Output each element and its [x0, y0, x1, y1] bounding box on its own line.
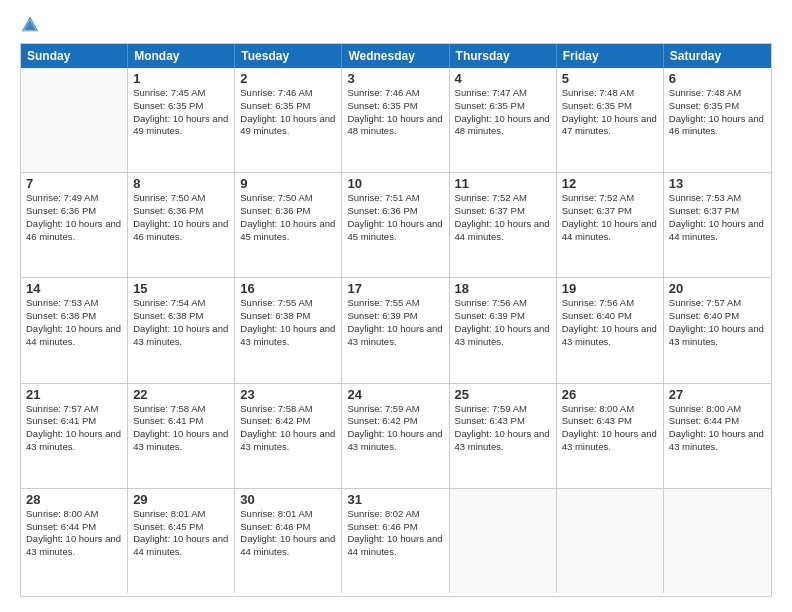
- day-info: Sunrise: 7:48 AMSunset: 6:35 PMDaylight:…: [669, 87, 766, 138]
- calendar-cell: 20Sunrise: 7:57 AMSunset: 6:40 PMDayligh…: [664, 278, 771, 382]
- day-info: Sunrise: 7:45 AMSunset: 6:35 PMDaylight:…: [133, 87, 229, 138]
- header: [20, 15, 772, 35]
- day-number: 19: [562, 281, 658, 296]
- day-number: 24: [347, 387, 443, 402]
- day-number: 5: [562, 71, 658, 86]
- day-number: 14: [26, 281, 122, 296]
- calendar-cell: 3Sunrise: 7:46 AMSunset: 6:35 PMDaylight…: [342, 68, 449, 172]
- calendar-cell: 1Sunrise: 7:45 AMSunset: 6:35 PMDaylight…: [128, 68, 235, 172]
- day-number: 17: [347, 281, 443, 296]
- day-number: 23: [240, 387, 336, 402]
- day-number: 13: [669, 176, 766, 191]
- day-number: 12: [562, 176, 658, 191]
- day-number: 21: [26, 387, 122, 402]
- page: SundayMondayTuesdayWednesdayThursdayFrid…: [0, 0, 792, 612]
- day-info: Sunrise: 7:55 AMSunset: 6:39 PMDaylight:…: [347, 297, 443, 348]
- weekday-header-sunday: Sunday: [21, 44, 128, 68]
- day-info: Sunrise: 7:50 AMSunset: 6:36 PMDaylight:…: [240, 192, 336, 243]
- day-info: Sunrise: 8:01 AMSunset: 6:45 PMDaylight:…: [133, 508, 229, 559]
- day-info: Sunrise: 8:00 AMSunset: 6:44 PMDaylight:…: [669, 403, 766, 454]
- day-number: 25: [455, 387, 551, 402]
- day-number: 28: [26, 492, 122, 507]
- calendar-row-2: 14Sunrise: 7:53 AMSunset: 6:38 PMDayligh…: [21, 278, 771, 383]
- day-number: 30: [240, 492, 336, 507]
- calendar-cell: 24Sunrise: 7:59 AMSunset: 6:42 PMDayligh…: [342, 384, 449, 488]
- calendar-cell: 10Sunrise: 7:51 AMSunset: 6:36 PMDayligh…: [342, 173, 449, 277]
- day-info: Sunrise: 7:57 AMSunset: 6:41 PMDaylight:…: [26, 403, 122, 454]
- calendar-body: 1Sunrise: 7:45 AMSunset: 6:35 PMDaylight…: [21, 68, 771, 593]
- day-info: Sunrise: 7:58 AMSunset: 6:41 PMDaylight:…: [133, 403, 229, 454]
- calendar-cell: 21Sunrise: 7:57 AMSunset: 6:41 PMDayligh…: [21, 384, 128, 488]
- day-info: Sunrise: 7:54 AMSunset: 6:38 PMDaylight:…: [133, 297, 229, 348]
- day-number: 16: [240, 281, 336, 296]
- day-number: 8: [133, 176, 229, 191]
- calendar-row-4: 28Sunrise: 8:00 AMSunset: 6:44 PMDayligh…: [21, 489, 771, 593]
- calendar-cell: 4Sunrise: 7:47 AMSunset: 6:35 PMDaylight…: [450, 68, 557, 172]
- weekday-header-tuesday: Tuesday: [235, 44, 342, 68]
- calendar-cell: 31Sunrise: 8:02 AMSunset: 6:46 PMDayligh…: [342, 489, 449, 593]
- day-info: Sunrise: 7:48 AMSunset: 6:35 PMDaylight:…: [562, 87, 658, 138]
- day-info: Sunrise: 7:56 AMSunset: 6:39 PMDaylight:…: [455, 297, 551, 348]
- calendar: SundayMondayTuesdayWednesdayThursdayFrid…: [20, 43, 772, 597]
- day-number: 7: [26, 176, 122, 191]
- day-info: Sunrise: 7:52 AMSunset: 6:37 PMDaylight:…: [455, 192, 551, 243]
- calendar-cell: 15Sunrise: 7:54 AMSunset: 6:38 PMDayligh…: [128, 278, 235, 382]
- day-info: Sunrise: 7:58 AMSunset: 6:42 PMDaylight:…: [240, 403, 336, 454]
- day-info: Sunrise: 7:57 AMSunset: 6:40 PMDaylight:…: [669, 297, 766, 348]
- calendar-cell: 5Sunrise: 7:48 AMSunset: 6:35 PMDaylight…: [557, 68, 664, 172]
- calendar-cell: 28Sunrise: 8:00 AMSunset: 6:44 PMDayligh…: [21, 489, 128, 593]
- day-info: Sunrise: 7:46 AMSunset: 6:35 PMDaylight:…: [240, 87, 336, 138]
- day-number: 11: [455, 176, 551, 191]
- calendar-cell: 26Sunrise: 8:00 AMSunset: 6:43 PMDayligh…: [557, 384, 664, 488]
- logo: [20, 15, 42, 35]
- day-info: Sunrise: 7:47 AMSunset: 6:35 PMDaylight:…: [455, 87, 551, 138]
- day-info: Sunrise: 7:55 AMSunset: 6:38 PMDaylight:…: [240, 297, 336, 348]
- calendar-cell: 17Sunrise: 7:55 AMSunset: 6:39 PMDayligh…: [342, 278, 449, 382]
- calendar-cell: 19Sunrise: 7:56 AMSunset: 6:40 PMDayligh…: [557, 278, 664, 382]
- calendar-cell: 2Sunrise: 7:46 AMSunset: 6:35 PMDaylight…: [235, 68, 342, 172]
- day-number: 20: [669, 281, 766, 296]
- day-number: 27: [669, 387, 766, 402]
- weekday-header-wednesday: Wednesday: [342, 44, 449, 68]
- calendar-row-1: 7Sunrise: 7:49 AMSunset: 6:36 PMDaylight…: [21, 173, 771, 278]
- calendar-row-3: 21Sunrise: 7:57 AMSunset: 6:41 PMDayligh…: [21, 384, 771, 489]
- calendar-cell: 18Sunrise: 7:56 AMSunset: 6:39 PMDayligh…: [450, 278, 557, 382]
- calendar-cell: 14Sunrise: 7:53 AMSunset: 6:38 PMDayligh…: [21, 278, 128, 382]
- day-info: Sunrise: 7:53 AMSunset: 6:38 PMDaylight:…: [26, 297, 122, 348]
- day-number: 3: [347, 71, 443, 86]
- calendar-row-0: 1Sunrise: 7:45 AMSunset: 6:35 PMDaylight…: [21, 68, 771, 173]
- calendar-cell: 30Sunrise: 8:01 AMSunset: 6:46 PMDayligh…: [235, 489, 342, 593]
- calendar-header: SundayMondayTuesdayWednesdayThursdayFrid…: [21, 44, 771, 68]
- calendar-cell: 7Sunrise: 7:49 AMSunset: 6:36 PMDaylight…: [21, 173, 128, 277]
- calendar-cell: 16Sunrise: 7:55 AMSunset: 6:38 PMDayligh…: [235, 278, 342, 382]
- day-number: 1: [133, 71, 229, 86]
- day-number: 10: [347, 176, 443, 191]
- calendar-cell: 22Sunrise: 7:58 AMSunset: 6:41 PMDayligh…: [128, 384, 235, 488]
- day-info: Sunrise: 7:53 AMSunset: 6:37 PMDaylight:…: [669, 192, 766, 243]
- calendar-cell: 27Sunrise: 8:00 AMSunset: 6:44 PMDayligh…: [664, 384, 771, 488]
- day-info: Sunrise: 8:02 AMSunset: 6:46 PMDaylight:…: [347, 508, 443, 559]
- day-number: 29: [133, 492, 229, 507]
- day-info: Sunrise: 7:51 AMSunset: 6:36 PMDaylight:…: [347, 192, 443, 243]
- weekday-header-friday: Friday: [557, 44, 664, 68]
- calendar-cell: [450, 489, 557, 593]
- day-number: 18: [455, 281, 551, 296]
- day-info: Sunrise: 7:50 AMSunset: 6:36 PMDaylight:…: [133, 192, 229, 243]
- day-info: Sunrise: 8:00 AMSunset: 6:43 PMDaylight:…: [562, 403, 658, 454]
- day-number: 31: [347, 492, 443, 507]
- weekday-header-monday: Monday: [128, 44, 235, 68]
- calendar-cell: 6Sunrise: 7:48 AMSunset: 6:35 PMDaylight…: [664, 68, 771, 172]
- calendar-cell: 12Sunrise: 7:52 AMSunset: 6:37 PMDayligh…: [557, 173, 664, 277]
- logo-icon: [20, 15, 40, 35]
- day-info: Sunrise: 7:59 AMSunset: 6:42 PMDaylight:…: [347, 403, 443, 454]
- day-number: 22: [133, 387, 229, 402]
- day-number: 15: [133, 281, 229, 296]
- day-number: 4: [455, 71, 551, 86]
- day-info: Sunrise: 7:46 AMSunset: 6:35 PMDaylight:…: [347, 87, 443, 138]
- day-info: Sunrise: 7:56 AMSunset: 6:40 PMDaylight:…: [562, 297, 658, 348]
- day-info: Sunrise: 7:59 AMSunset: 6:43 PMDaylight:…: [455, 403, 551, 454]
- day-info: Sunrise: 8:00 AMSunset: 6:44 PMDaylight:…: [26, 508, 122, 559]
- calendar-cell: 25Sunrise: 7:59 AMSunset: 6:43 PMDayligh…: [450, 384, 557, 488]
- day-number: 6: [669, 71, 766, 86]
- calendar-cell: 29Sunrise: 8:01 AMSunset: 6:45 PMDayligh…: [128, 489, 235, 593]
